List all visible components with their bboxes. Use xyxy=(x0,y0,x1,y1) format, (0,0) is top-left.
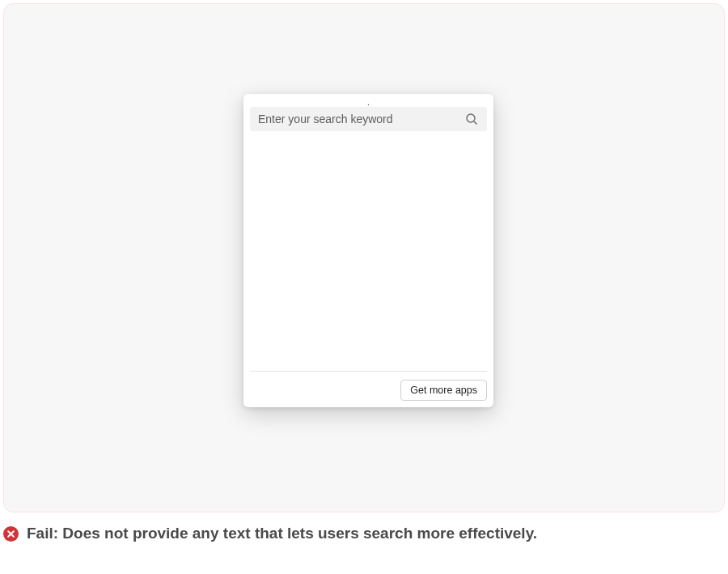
error-icon xyxy=(3,526,19,542)
svg-line-1 xyxy=(474,121,477,125)
caption-row: Fail: Does not provide any text that let… xyxy=(3,525,537,542)
panel-handle-mark: . xyxy=(250,100,487,105)
svg-point-0 xyxy=(467,114,475,122)
get-more-apps-button[interactable]: Get more apps xyxy=(400,380,487,401)
caption-text: Fail: Does not provide any text that let… xyxy=(27,525,537,542)
panel-footer: Get more apps xyxy=(250,371,487,401)
results-area xyxy=(250,131,487,371)
search-field-container xyxy=(250,107,487,131)
search-input[interactable] xyxy=(258,113,464,125)
search-icon[interactable] xyxy=(464,112,479,126)
search-panel: . Get more apps xyxy=(243,94,493,407)
example-frame: . Get more apps xyxy=(3,3,725,512)
